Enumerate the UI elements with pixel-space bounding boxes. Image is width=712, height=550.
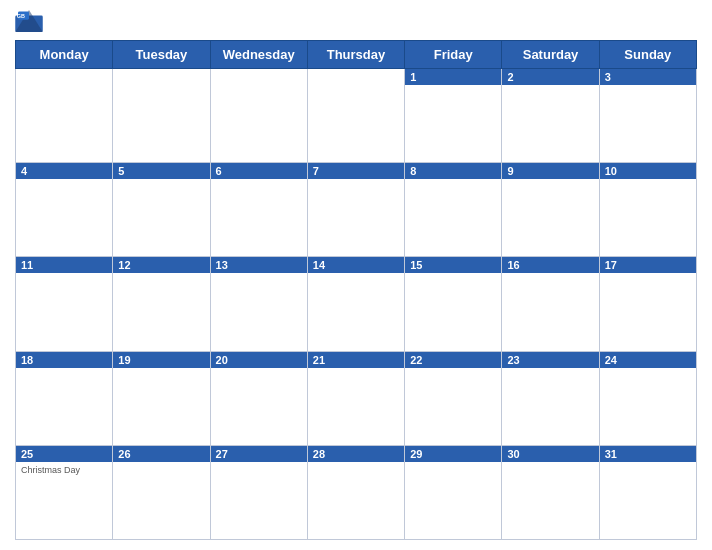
date-cell: [307, 69, 404, 163]
day-number: 5: [118, 165, 124, 177]
date-cell: 6: [210, 163, 307, 257]
date-header-band: 13: [211, 257, 307, 273]
week-row-1: 123: [16, 69, 697, 163]
day-number: 6: [216, 165, 222, 177]
date-cell: 16: [502, 257, 599, 351]
date-cell: [113, 69, 210, 163]
date-cell: 18: [16, 351, 113, 445]
day-number: 12: [118, 259, 130, 271]
generalblue-logo-icon: GB: [15, 10, 43, 32]
date-cell: 30: [502, 445, 599, 539]
day-number: 23: [507, 354, 519, 366]
date-cell: 8: [405, 163, 502, 257]
date-cell: 13: [210, 257, 307, 351]
calendar-header: GB: [15, 10, 697, 32]
date-cell: 1: [405, 69, 502, 163]
date-header-band: 28: [308, 446, 404, 462]
date-header-band: 17: [600, 257, 696, 273]
day-number: 17: [605, 259, 617, 271]
day-number: 30: [507, 448, 519, 460]
day-number: 18: [21, 354, 33, 366]
date-header-band: 31: [600, 446, 696, 462]
date-cell: 11: [16, 257, 113, 351]
day-number: 7: [313, 165, 319, 177]
day-number: 11: [21, 259, 33, 271]
date-header-band: 27: [211, 446, 307, 462]
day-number: 4: [21, 165, 27, 177]
day-number: 24: [605, 354, 617, 366]
day-header-friday: Friday: [405, 41, 502, 69]
event-label: Christmas Day: [21, 465, 107, 475]
day-number: 15: [410, 259, 422, 271]
date-header-band: 12: [113, 257, 209, 273]
date-header-band: 8: [405, 163, 501, 179]
day-number: 9: [507, 165, 513, 177]
date-cell: 23: [502, 351, 599, 445]
day-number: 29: [410, 448, 422, 460]
date-cell: 9: [502, 163, 599, 257]
date-header-band: 10: [600, 163, 696, 179]
day-number: 1: [410, 71, 416, 83]
day-number: 20: [216, 354, 228, 366]
week-row-5: 25Christmas Day262728293031: [16, 445, 697, 539]
day-header-tuesday: Tuesday: [113, 41, 210, 69]
day-number: 19: [118, 354, 130, 366]
date-cell: 12: [113, 257, 210, 351]
day-header-monday: Monday: [16, 41, 113, 69]
week-row-3: 11121314151617: [16, 257, 697, 351]
date-cell: 10: [599, 163, 696, 257]
calendar-table: MondayTuesdayWednesdayThursdayFridaySatu…: [15, 40, 697, 540]
day-header-thursday: Thursday: [307, 41, 404, 69]
day-header-sunday: Sunday: [599, 41, 696, 69]
day-number: 3: [605, 71, 611, 83]
date-cell: 20: [210, 351, 307, 445]
date-header-band: 23: [502, 352, 598, 368]
day-number: 2: [507, 71, 513, 83]
date-header-band: 15: [405, 257, 501, 273]
day-number: 22: [410, 354, 422, 366]
day-number: 28: [313, 448, 325, 460]
day-header-wednesday: Wednesday: [210, 41, 307, 69]
date-cell: [16, 69, 113, 163]
date-cell: 29: [405, 445, 502, 539]
date-cell: 31: [599, 445, 696, 539]
date-header-band: 2: [502, 69, 598, 85]
date-header-band: 4: [16, 163, 112, 179]
week-row-4: 18192021222324: [16, 351, 697, 445]
day-number: 10: [605, 165, 617, 177]
date-header-band: 9: [502, 163, 598, 179]
date-cell: 7: [307, 163, 404, 257]
week-row-2: 45678910: [16, 163, 697, 257]
day-header-saturday: Saturday: [502, 41, 599, 69]
svg-text:GB: GB: [17, 13, 25, 19]
date-header-band: 16: [502, 257, 598, 273]
date-header-band: 3: [600, 69, 696, 85]
day-number: 8: [410, 165, 416, 177]
day-number: 13: [216, 259, 228, 271]
date-cell: 28: [307, 445, 404, 539]
date-header-band: 20: [211, 352, 307, 368]
date-header-band: 7: [308, 163, 404, 179]
date-header-band: 22: [405, 352, 501, 368]
date-cell: 26: [113, 445, 210, 539]
date-cell: 22: [405, 351, 502, 445]
day-number: 21: [313, 354, 325, 366]
day-number: 14: [313, 259, 325, 271]
date-header-band: 14: [308, 257, 404, 273]
date-header-band: 18: [16, 352, 112, 368]
date-cell: 21: [307, 351, 404, 445]
date-cell: 2: [502, 69, 599, 163]
logo-area: GB: [15, 10, 46, 32]
date-header-band: 5: [113, 163, 209, 179]
day-number: 27: [216, 448, 228, 460]
date-cell: 27: [210, 445, 307, 539]
date-header-band: 24: [600, 352, 696, 368]
date-header-band: 21: [308, 352, 404, 368]
date-cell: 3: [599, 69, 696, 163]
day-number: 16: [507, 259, 519, 271]
day-number: 31: [605, 448, 617, 460]
date-cell: 25Christmas Day: [16, 445, 113, 539]
date-header-band: 25: [16, 446, 112, 462]
date-cell: 17: [599, 257, 696, 351]
date-header-band: 30: [502, 446, 598, 462]
